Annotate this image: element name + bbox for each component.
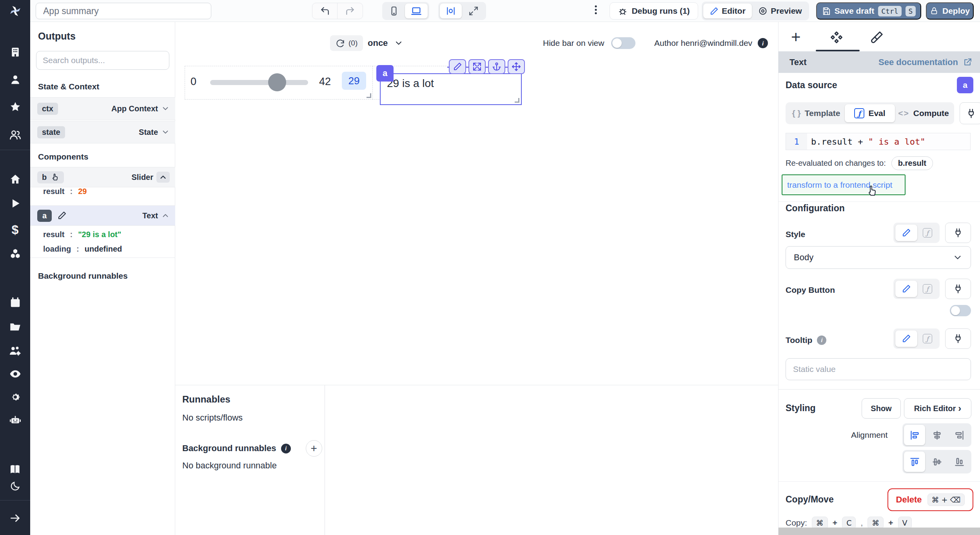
eval-mode-button[interactable]: ƒ: [919, 225, 936, 241]
app-canvas[interactable]: (0) once Hide bar on view Author henri@w…: [175, 22, 778, 385]
outputs-panel: Outputs State & Context ctx App Context …: [30, 22, 175, 535]
chevron-down-icon[interactable]: [161, 104, 170, 113]
connect-plug-button[interactable]: [945, 223, 971, 243]
output-row-state[interactable]: state State: [30, 121, 175, 143]
mobile-view-button[interactable]: [384, 4, 404, 18]
connect-plug-button[interactable]: [960, 102, 980, 124]
align-right-button[interactable]: [949, 425, 970, 445]
slider-track[interactable]: [210, 80, 308, 85]
eval-code-editor[interactable]: 1 b.result + " is a lot": [786, 133, 971, 150]
star-icon[interactable]: [9, 101, 21, 113]
show-styling-button[interactable]: Show: [862, 398, 901, 419]
info-icon[interactable]: i: [281, 444, 291, 453]
chevron-down-icon[interactable]: [161, 128, 170, 136]
runs-icon[interactable]: [10, 198, 21, 209]
audit-eye-icon[interactable]: [9, 368, 22, 380]
variables-icon[interactable]: $: [12, 223, 19, 237]
slider-handle[interactable]: [268, 73, 286, 91]
hide-bar-toggle[interactable]: [611, 37, 635, 49]
resources-icon[interactable]: [9, 248, 21, 259]
align-bottom-button[interactable]: [949, 452, 970, 472]
align-left-button[interactable]: [904, 425, 925, 445]
center-canvas-button[interactable]: [440, 4, 462, 18]
home-icon[interactable]: [9, 173, 21, 185]
copy-button-toggle[interactable]: [950, 305, 971, 316]
reeval-dependency-pill[interactable]: b.result: [891, 156, 933, 170]
folders-icon[interactable]: [9, 321, 22, 333]
align-top-button[interactable]: [904, 452, 925, 472]
deploy-button[interactable]: Deploy: [926, 2, 974, 20]
collapse-chevron-up[interactable]: [161, 211, 170, 220]
tab-preview[interactable]: Preview: [753, 4, 808, 18]
text-component-id-badge: a: [376, 65, 394, 82]
add-component-tab[interactable]: +: [791, 29, 801, 45]
fx-icon: ƒ: [923, 228, 932, 238]
delete-component-button[interactable]: Delete ⌘ + ⌫: [887, 488, 973, 511]
output-row-ctx[interactable]: ctx App Context: [30, 97, 175, 120]
tab-compute[interactable]: <> Compute: [895, 109, 952, 118]
move-component-button[interactable]: [508, 59, 525, 74]
runnables-empty: No scripts/flows: [182, 413, 243, 423]
eval-mode-button[interactable]: ƒ: [919, 281, 936, 297]
background-runnables-title: Background runnables: [38, 271, 128, 281]
workers-icon[interactable]: [9, 344, 22, 357]
add-background-runnable-button[interactable]: +: [306, 440, 322, 457]
workspace-icon[interactable]: [9, 46, 21, 58]
ai-robot-icon[interactable]: [9, 414, 22, 426]
save-draft-button[interactable]: Save draft Ctrl S: [816, 2, 921, 20]
collapse-arrow-icon[interactable]: [9, 512, 22, 524]
docs-book-icon[interactable]: [9, 463, 22, 476]
run-mode-select[interactable]: once: [368, 35, 403, 51]
state-context-title: State & Context: [38, 82, 99, 91]
component-settings-tab[interactable]: [829, 31, 844, 45]
edit-component-button[interactable]: [449, 59, 466, 74]
collapse-chevron-up[interactable]: [156, 172, 170, 183]
align-center-h-button[interactable]: [926, 425, 947, 445]
static-mode-button[interactable]: [895, 225, 917, 241]
scroll-strip[interactable]: [779, 528, 980, 535]
fullscreen-canvas-button[interactable]: [463, 4, 485, 18]
anchor-component-button[interactable]: [488, 59, 505, 74]
info-icon[interactable]: i: [817, 336, 826, 345]
desktop-view-button[interactable]: [405, 4, 428, 18]
align-center-v-button[interactable]: [926, 452, 947, 472]
resize-handle[interactable]: [515, 98, 519, 103]
connect-plug-button[interactable]: [945, 279, 971, 299]
settings-gear-icon[interactable]: [9, 391, 21, 403]
slider-id-badge: b: [42, 173, 47, 182]
data-source-title: Data source: [786, 80, 837, 91]
text-component[interactable]: 29 is a lot: [380, 73, 522, 105]
windmill-logo[interactable]: [8, 4, 22, 18]
user-icon[interactable]: [9, 74, 21, 85]
styling-tab[interactable]: [869, 31, 884, 45]
refresh-count-button[interactable]: (0): [330, 35, 363, 51]
tooltip-input[interactable]: [786, 358, 971, 380]
connect-plug-button[interactable]: [945, 328, 971, 349]
loading-key: loading: [43, 245, 71, 254]
style-select[interactable]: Body: [786, 246, 971, 269]
undo-button[interactable]: [312, 3, 338, 19]
slider-component[interactable]: 0 42 29: [185, 66, 373, 100]
info-icon[interactable]: i: [758, 38, 768, 48]
groups-icon[interactable]: [9, 129, 22, 141]
static-mode-button[interactable]: [895, 330, 917, 347]
text-id-badge: a: [37, 210, 52, 222]
kebab-menu-icon[interactable]: [590, 4, 602, 16]
static-mode-button[interactable]: [895, 281, 917, 297]
app-summary-input[interactable]: [36, 3, 211, 19]
schedules-icon[interactable]: [9, 297, 21, 308]
redo-button[interactable]: [338, 3, 363, 19]
component-row-text[interactable]: a Text: [30, 205, 175, 226]
tab-editor[interactable]: Editor: [703, 4, 752, 18]
debug-runs-button[interactable]: Debug runs (1): [610, 2, 698, 20]
dark-mode-moon-icon[interactable]: [10, 481, 21, 491]
tab-template[interactable]: { } Template: [788, 109, 845, 118]
resize-handle[interactable]: [367, 93, 371, 98]
see-documentation-link[interactable]: See documentation: [878, 57, 973, 67]
tab-eval[interactable]: ƒ Eval: [845, 104, 895, 122]
search-outputs-input[interactable]: [36, 51, 169, 70]
expand-component-button[interactable]: [468, 59, 486, 74]
rich-editor-button[interactable]: Rich Editor ›: [904, 398, 971, 419]
eval-mode-button[interactable]: ƒ: [919, 330, 936, 347]
transform-to-frontend-script-button[interactable]: transform to a frontend script: [782, 174, 906, 195]
